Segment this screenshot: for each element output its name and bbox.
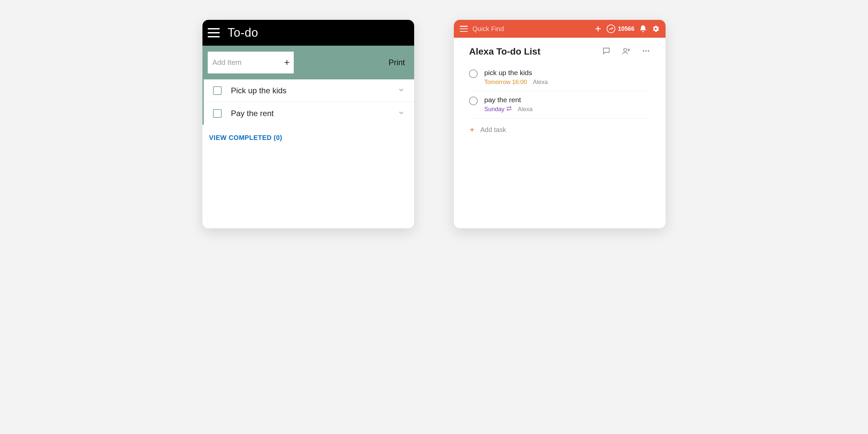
- list-item-label: Pick up the kids: [231, 86, 286, 95]
- right-body: Alexa To-do List pick up the kids Tomorr…: [454, 38, 665, 140]
- todoist-card: 10566 Alexa To-do List: [454, 20, 665, 228]
- task-label: pay the rent: [484, 96, 533, 104]
- task-source: Alexa: [518, 106, 533, 113]
- search-input[interactable]: [472, 25, 589, 33]
- svg-point-6: [645, 50, 647, 52]
- svg-point-2: [624, 48, 626, 51]
- karma-points: 10566: [618, 26, 634, 32]
- view-completed-button[interactable]: VIEW COMPLETED (0): [203, 125, 414, 151]
- left-toolbar: + Print: [203, 45, 414, 80]
- task-meta: Sunday Alexa: [484, 106, 533, 113]
- page-title: To-do: [227, 26, 258, 40]
- svg-point-7: [648, 50, 649, 52]
- print-button[interactable]: Print: [389, 58, 405, 67]
- title-row: Alexa To-do List: [469, 46, 650, 57]
- task-main: pick up the kids Tomorrow 16:00 Alexa: [484, 69, 548, 86]
- project-title: Alexa To-do List: [469, 46, 540, 57]
- task-due: Tomorrow 16:00: [484, 79, 527, 86]
- task-main: pay the rent Sunday Alexa: [484, 96, 533, 113]
- list-item-label: Pay the rent: [231, 109, 274, 118]
- checkbox[interactable]: [213, 109, 222, 118]
- add-task-label: Add task: [480, 126, 506, 134]
- task-due-text: Sunday: [484, 106, 504, 113]
- task-source: Alexa: [533, 79, 548, 86]
- left-list: Pick up the kids Pay the rent: [203, 80, 414, 125]
- add-item-field-wrap: +: [208, 52, 294, 73]
- task-row[interactable]: pick up the kids Tomorrow 16:00 Alexa: [469, 64, 650, 91]
- plus-icon[interactable]: +: [284, 58, 290, 67]
- comment-icon[interactable]: [602, 46, 611, 57]
- karma-button[interactable]: 10566: [607, 25, 634, 33]
- task-row[interactable]: pay the rent Sunday Alexa: [469, 91, 650, 118]
- task-checkbox[interactable]: [469, 97, 478, 105]
- menu-icon[interactable]: [460, 26, 468, 32]
- chevron-down-icon[interactable]: [398, 86, 405, 95]
- karma-icon: [607, 25, 615, 33]
- share-icon[interactable]: [622, 46, 630, 57]
- add-task-button[interactable]: + Add task: [469, 118, 650, 134]
- gear-icon[interactable]: [652, 25, 660, 33]
- checkbox[interactable]: [213, 86, 222, 95]
- list-item[interactable]: Pay the rent: [203, 102, 414, 125]
- more-icon[interactable]: [642, 46, 650, 57]
- list-item[interactable]: Pick up the kids: [203, 80, 414, 102]
- plus-icon: +: [470, 126, 474, 134]
- chevron-down-icon[interactable]: [398, 109, 405, 118]
- task-label: pick up the kids: [484, 69, 548, 77]
- left-header: To-do: [203, 20, 414, 45]
- right-header: 10566: [454, 20, 665, 38]
- alexa-todo-card: To-do + Print Pick up the kids Pay the r…: [203, 20, 414, 228]
- title-actions: [602, 46, 650, 57]
- plus-icon[interactable]: [594, 25, 602, 33]
- task-due: Sunday: [484, 106, 512, 113]
- add-item-input[interactable]: [212, 58, 284, 67]
- repeat-icon: [506, 106, 512, 113]
- bell-icon[interactable]: [639, 25, 647, 33]
- svg-point-5: [643, 50, 644, 52]
- task-meta: Tomorrow 16:00 Alexa: [484, 79, 548, 86]
- task-checkbox[interactable]: [469, 69, 478, 78]
- menu-icon[interactable]: [208, 28, 220, 37]
